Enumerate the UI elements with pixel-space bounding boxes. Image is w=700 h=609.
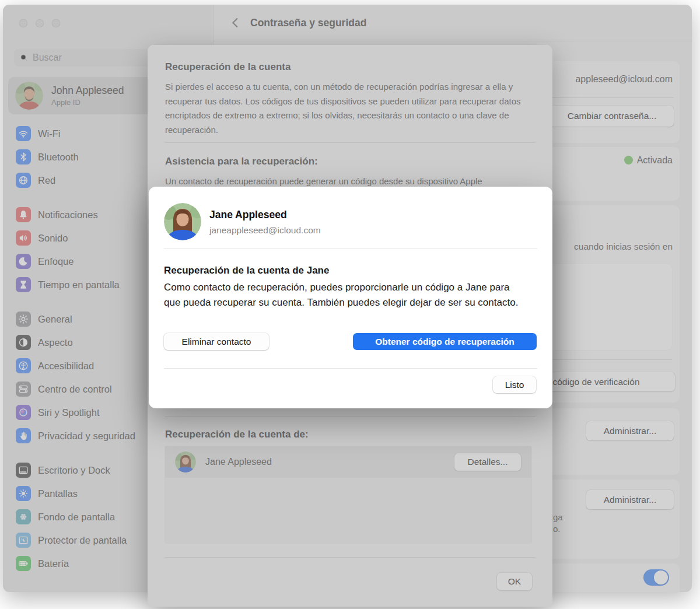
sidebar-item-battery[interactable]: Batería (16, 552, 69, 575)
sidebar-item-wallpaper[interactable]: Fondo de pantalla (16, 505, 115, 528)
ok-button[interactable]: OK (497, 573, 532, 590)
sidebar-item-label: Centro de control (38, 384, 112, 395)
appearance-icon (16, 335, 31, 350)
dialog-body: Como contacto de recuperación, puedes pr… (164, 280, 523, 310)
sidebar-item-label: Batería (38, 558, 69, 569)
sheet-divider (165, 142, 536, 143)
auto-verification-toggle[interactable] (643, 569, 669, 586)
dialog-title: Recuperación de la cuenta de Jane (164, 265, 329, 276)
dialog-contact-name: Jane Appleseed (209, 209, 287, 221)
sheet-section2-title: Asistencia para la recuperación: (165, 156, 318, 167)
dialog-divider (164, 368, 537, 369)
sidebar-item-label: Fondo de pantalla (38, 512, 115, 523)
sidebar-item-screensaver[interactable]: Protector de pantalla (16, 528, 127, 552)
sidebar-item-label: Pantallas (38, 488, 78, 499)
wifi-icon (16, 126, 31, 141)
battery-icon (16, 556, 31, 571)
recovery-contacts-list: Jane Appleseed Detalles... (165, 446, 531, 543)
details-button[interactable]: Detalles... (454, 453, 521, 471)
screenshot-root: Buscar John Appleseed Apple ID Wi-FiBlue… (0, 0, 700, 609)
manage-button-2[interactable]: Administrar... (586, 490, 674, 509)
sidebar-item-wifi[interactable]: Wi-Fi (16, 122, 60, 145)
sidebar-item-notifications[interactable]: Notificaciones (16, 203, 98, 226)
sidebar-item-label: Protector de pantalla (38, 535, 127, 546)
controlcenter-icon (16, 382, 31, 397)
focus-icon (16, 254, 31, 269)
privacy-icon (16, 428, 31, 443)
status-green-dot (624, 156, 633, 164)
sidebar-item-label: Bluetooth (38, 152, 79, 163)
zoom-button[interactable] (52, 19, 60, 27)
screentime-icon (16, 277, 31, 292)
sidebar-item-displays[interactable]: Pantallas (16, 482, 78, 505)
toggle-knob (654, 570, 668, 584)
dialog-contact-email: janeappleseed@icloud.com (209, 225, 321, 236)
sidebar-item-label: General (38, 314, 72, 325)
change-password-button[interactable]: Cambiar contraseña... (550, 106, 674, 127)
sidebar-item-desktop[interactable]: Escritorio y Dock (16, 459, 110, 482)
sidebar-item-general[interactable]: General (16, 307, 72, 331)
sidebar-item-label: Accesibilidad (38, 360, 94, 372)
sidebar-item-label: Wi-Fi (38, 128, 60, 139)
sidebar-item-label: Tiempo en pantalla (38, 279, 120, 290)
sidebar-item-sound[interactable]: Sonido (16, 226, 68, 250)
general-icon (16, 312, 31, 327)
sidebar-item-label: Escritorio y Dock (38, 465, 110, 476)
search-placeholder: Buscar (33, 52, 62, 63)
sidebar-item-controlcenter[interactable]: Centro de control (16, 377, 112, 401)
sidebar-item-siri[interactable]: Siri y Spotlight (16, 401, 99, 424)
done-button[interactable]: Listo (493, 376, 536, 393)
sidebar-item-label: Enfoque (38, 256, 74, 267)
sheet-section1-body: Si pierdes el acceso a tu cuenta, con un… (165, 80, 541, 137)
dialog-divider (164, 249, 537, 249)
sidebar-item-bluetooth[interactable]: Bluetooth (16, 145, 79, 169)
notifications-icon (16, 207, 31, 222)
manage-button-1[interactable]: Administrar... (586, 421, 674, 440)
sidebar-item-label: Sonido (38, 233, 68, 244)
sheet-divider (165, 416, 536, 417)
sheet-section1-title: Recuperación de la cuenta (165, 61, 290, 73)
close-button[interactable] (19, 19, 27, 27)
sidebar-item-network[interactable]: Red (16, 169, 55, 192)
search-icon (19, 53, 29, 62)
signin-text-fragment: cuando inicias sesión en (574, 242, 673, 252)
avatar-jane (164, 203, 201, 240)
sidebar-item-label: Red (38, 175, 55, 186)
account-email: appleseed@icloud.com (575, 74, 673, 85)
sidebar-item-label: Aspecto (38, 337, 73, 348)
recovery-contact-row[interactable]: Jane Appleseed Detalles... (165, 446, 531, 478)
network-icon (16, 173, 31, 188)
sidebar-item-privacy[interactable]: Privacidad y seguridad (16, 424, 135, 447)
header-divider (214, 41, 692, 41)
clipped-text-fragment-2: o. (553, 524, 561, 534)
screensaver-icon (16, 533, 31, 548)
two-factor-status: Activada (624, 155, 673, 166)
sidebar-item-appearance[interactable]: Aspecto (16, 331, 73, 354)
sidebar-item-label: Siri y Spotlight (38, 407, 99, 418)
get-recovery-code-button[interactable]: Obtener código de recuperación (353, 333, 537, 350)
accessibility-icon (16, 358, 31, 373)
bluetooth-icon (16, 149, 31, 164)
recovery-contact-name: Jane Appleseed (205, 457, 272, 467)
profile-name: John Appleseed (51, 85, 124, 97)
minimize-button[interactable] (36, 19, 44, 27)
desktop-icon (16, 463, 31, 478)
avatar-john (15, 82, 43, 110)
sidebar-item-screentime[interactable]: Tiempo en pantalla (16, 273, 120, 296)
avatar-jane-small (175, 452, 196, 473)
recovery-contact-dialog: Jane Appleseed janeappleseed@icloud.com … (149, 187, 552, 408)
back-button[interactable] (229, 16, 243, 30)
page-title: Contraseña y seguridad (250, 17, 366, 29)
profile-subtitle: Apple ID (51, 98, 124, 107)
sheet-divider (165, 557, 536, 558)
sidebar-item-accessibility[interactable]: Accesibilidad (16, 354, 94, 377)
wallpaper-icon (16, 509, 31, 524)
displays-icon (16, 486, 31, 501)
sidebar-item-focus[interactable]: Enfoque (16, 250, 74, 273)
siri-icon (16, 405, 31, 420)
sidebar-item-label: Privacidad y seguridad (38, 430, 135, 442)
sheet-section3-title: Recuperación de la cuenta de: (165, 429, 309, 440)
remove-contact-button[interactable]: Eliminar contacto (164, 333, 269, 350)
chevron-left-icon (229, 16, 242, 29)
sound-icon (16, 230, 31, 246)
